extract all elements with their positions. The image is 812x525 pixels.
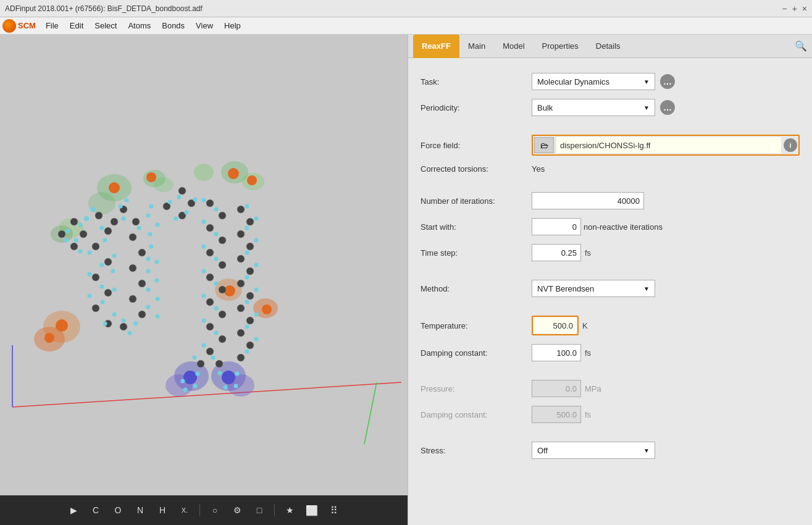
tool-grid[interactable]: ⠿ <box>327 503 341 518</box>
svg-point-134 <box>202 245 206 249</box>
tool-star[interactable]: ★ <box>282 503 297 518</box>
svg-point-19 <box>92 243 99 250</box>
menu-view[interactable]: View <box>191 19 218 32</box>
svg-point-72 <box>119 204 123 209</box>
time-step-input[interactable] <box>532 244 581 261</box>
logo-text: SCM <box>18 21 36 30</box>
periodicity-select-arrow: ▼ <box>643 104 650 111</box>
menu-atoms[interactable]: Atoms <box>123 19 156 32</box>
tool-oxygen[interactable]: O <box>111 503 125 518</box>
svg-point-32 <box>138 280 146 287</box>
search-icon[interactable]: 🔍 <box>795 40 807 52</box>
svg-point-120 <box>246 243 254 250</box>
svg-point-34 <box>138 311 146 318</box>
forcefield-folder-button[interactable]: 🗁 <box>534 137 554 153</box>
svg-point-126 <box>246 317 254 324</box>
periodicity-more-button[interactable]: … <box>660 100 675 115</box>
tab-properties[interactable]: Properties <box>534 35 587 58</box>
num-iterations-input[interactable] <box>532 192 644 209</box>
svg-point-82 <box>155 279 159 283</box>
svg-point-51 <box>100 263 104 267</box>
svg-point-112 <box>206 323 214 330</box>
maximize-button[interactable]: + <box>792 4 797 13</box>
svg-point-161 <box>196 372 200 376</box>
num-iterations-control <box>532 192 800 209</box>
pressure-input <box>532 380 581 397</box>
svg-point-83 <box>146 288 151 292</box>
svg-point-137 <box>214 282 219 286</box>
svg-point-15 <box>56 319 68 332</box>
svg-point-87 <box>134 322 138 326</box>
damping-constant-1-input[interactable] <box>532 344 581 361</box>
svg-point-144 <box>211 356 216 360</box>
start-with-suffix: non-reactive iterations <box>584 222 663 232</box>
molecule-viewer[interactable] <box>0 35 408 495</box>
tab-details[interactable]: Details <box>587 35 629 58</box>
tool-carbon[interactable]: C <box>88 503 103 518</box>
periodicity-select[interactable]: Bulk ▼ <box>532 99 655 116</box>
task-more-button[interactable]: … <box>660 74 675 89</box>
svg-point-146 <box>254 217 259 221</box>
periodicity-row: Periodicity: Bulk ▼ … <box>421 99 800 116</box>
svg-point-28 <box>132 218 140 225</box>
minimize-button[interactable]: − <box>782 4 787 13</box>
close-button[interactable]: × <box>802 4 807 13</box>
tool-circle[interactable]: ○ <box>207 503 222 518</box>
tool-nitrogen[interactable]: N <box>133 503 148 518</box>
svg-point-85 <box>146 305 151 309</box>
svg-point-37 <box>70 243 78 250</box>
tab-reaxff[interactable]: ReaxFF <box>413 35 459 58</box>
svg-point-35 <box>70 218 78 225</box>
svg-point-84 <box>156 297 160 301</box>
svg-point-151 <box>245 275 249 280</box>
svg-point-148 <box>254 238 259 243</box>
svg-point-121 <box>237 255 245 262</box>
svg-point-47 <box>137 226 141 230</box>
tool-frame[interactable]: ⬜ <box>304 503 319 518</box>
forcefield-input[interactable] <box>556 137 781 153</box>
menu-file[interactable]: File <box>41 19 64 32</box>
svg-point-150 <box>254 263 259 267</box>
temperature-label: Temperature: <box>421 321 532 330</box>
menu-help[interactable]: Help <box>219 19 246 32</box>
tool-square[interactable]: □ <box>252 503 267 518</box>
temperature-input[interactable] <box>534 317 577 334</box>
svg-point-154 <box>254 313 259 317</box>
damping-constant-1-unit: fs <box>585 348 591 358</box>
corrected-torsions-control: Yes <box>532 164 800 174</box>
time-step-control: fs <box>532 244 800 261</box>
menu-bonds[interactable]: Bonds <box>157 19 190 32</box>
spacer-6 <box>421 432 800 442</box>
tool-other[interactable]: X. <box>177 503 192 518</box>
svg-point-16 <box>44 333 54 343</box>
tab-main[interactable]: Main <box>459 35 494 58</box>
menu-select[interactable]: Select <box>90 19 122 32</box>
start-with-input[interactable] <box>532 218 581 235</box>
spacer-3 <box>421 270 800 280</box>
menu-edit[interactable]: Edit <box>65 19 88 32</box>
svg-point-131 <box>214 208 219 212</box>
tool-gear[interactable]: ⚙ <box>230 503 245 518</box>
method-row: Method: NVT Berendsen ▼ <box>421 280 800 297</box>
method-select[interactable]: NVT Berendsen ▼ <box>532 280 655 297</box>
tool-select[interactable]: ▶ <box>66 503 81 518</box>
svg-point-97 <box>247 175 257 185</box>
tool-hydrogen[interactable]: H <box>155 503 170 518</box>
forcefield-info-button[interactable]: i <box>784 138 797 152</box>
task-select[interactable]: Molecular Dynamics ▼ <box>532 73 655 90</box>
svg-point-12 <box>194 164 214 181</box>
svg-point-157 <box>245 350 249 354</box>
stress-select[interactable]: Off ▼ <box>532 442 655 459</box>
form-area: Task: Molecular Dynamics ▼ … Periodicity… <box>408 58 812 525</box>
tab-model[interactable]: Model <box>494 35 533 58</box>
svg-point-52 <box>88 272 92 277</box>
svg-point-123 <box>237 280 245 287</box>
time-step-unit: fs <box>585 248 591 258</box>
pressure-label: Pressure: <box>421 384 532 393</box>
forcefield-label: Force field: <box>421 141 532 150</box>
svg-point-104 <box>206 224 214 232</box>
svg-point-55 <box>88 294 92 298</box>
bottom-toolbar: ▶ C O N H X. ○ ⚙ □ ★ ⬜ ⠿ <box>0 495 408 525</box>
logo-icon <box>2 19 16 33</box>
temperature-row: Temperature: K <box>421 316 800 335</box>
